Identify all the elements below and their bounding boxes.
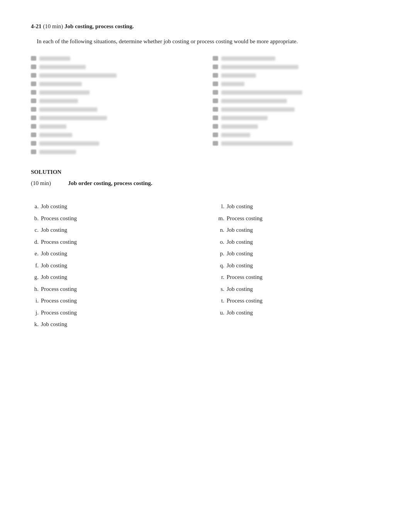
answer-item: l.Job costing (217, 202, 379, 211)
answer-item: i.Process costing (31, 296, 193, 305)
answer-label: o. (217, 238, 224, 246)
answer-value: Job costing (227, 226, 379, 235)
answer-label: a. (31, 202, 39, 211)
blurred-item (213, 64, 379, 70)
blurred-right-column (213, 55, 379, 157)
blurred-item (31, 123, 197, 129)
answer-item: s.Job costing (217, 285, 379, 294)
answer-value: Job costing (227, 202, 379, 211)
answer-item: j.Process costing (31, 308, 193, 317)
answer-item: e.Job costing (31, 249, 193, 258)
answer-item: m.Process costing (217, 214, 379, 223)
answer-item: t.Process costing (217, 296, 379, 305)
answer-value: Job costing (227, 261, 379, 270)
answer-label: t. (217, 296, 224, 305)
blurred-left-column (31, 55, 197, 157)
answer-item: o.Job costing (217, 238, 379, 246)
answer-value: Process costing (41, 238, 193, 246)
blurred-item (213, 106, 379, 112)
answers-section: a.Job costingb.Process costingc.Job cost… (31, 202, 379, 332)
blurred-item (31, 55, 197, 61)
answer-value: Process costing (227, 214, 379, 223)
blurred-item (31, 132, 197, 138)
answer-label: s. (217, 285, 224, 294)
answer-value: Job costing (41, 202, 193, 211)
answer-label: i. (31, 296, 39, 305)
blurred-item (213, 89, 379, 95)
answer-label: g. (31, 273, 39, 282)
answer-item: h.Process costing (31, 285, 193, 294)
blurred-item (213, 81, 379, 87)
answer-label: d. (31, 238, 39, 246)
answer-value: Job costing (227, 285, 379, 294)
answer-item: d.Process costing (31, 238, 193, 246)
answer-value: Job costing (41, 320, 193, 329)
answers-left-column: a.Job costingb.Process costingc.Job cost… (31, 202, 193, 332)
answer-item: n.Job costing (217, 226, 379, 235)
problem-header: 4-21 (10 min) Job costing, process costi… (31, 23, 379, 30)
blurred-item (31, 89, 197, 95)
answer-label: m. (217, 214, 224, 223)
answer-value: Process costing (227, 296, 379, 305)
blurred-item (31, 72, 197, 78)
blurred-item (213, 115, 379, 121)
answer-value: Job costing (41, 226, 193, 235)
answer-label: h. (31, 285, 39, 294)
answer-value: Job costing (227, 238, 379, 246)
answer-label: r. (217, 273, 224, 282)
answer-item: q.Job costing (217, 261, 379, 270)
answer-value: Process costing (41, 296, 193, 305)
blurred-item (213, 55, 379, 61)
answer-item: k.Job costing (31, 320, 193, 329)
answer-label: j. (31, 308, 39, 317)
answer-label: b. (31, 214, 39, 223)
blurred-item (213, 72, 379, 78)
problem-number: 4-21 (31, 23, 42, 29)
answer-value: Job costing (41, 261, 193, 270)
blurred-item (31, 98, 197, 104)
solution-header: SOLUTION (31, 169, 379, 175)
answer-label: e. (31, 249, 39, 258)
answer-label: p. (217, 249, 224, 258)
answer-value: Process costing (41, 285, 193, 294)
answer-value: Process costing (227, 273, 379, 282)
answer-label: l. (217, 202, 224, 211)
blurred-item (31, 149, 197, 155)
answer-item: b.Process costing (31, 214, 193, 223)
answer-item: f.Job costing (31, 261, 193, 270)
answer-label: u. (217, 308, 224, 317)
answer-label: c. (31, 226, 39, 235)
answer-value: Job costing (227, 249, 379, 258)
answer-item: a.Job costing (31, 202, 193, 211)
answer-label: f. (31, 261, 39, 270)
answer-item: u.Job costing (217, 308, 379, 317)
blurred-item (213, 132, 379, 138)
problem-title: Job costing, process costing. (64, 23, 134, 29)
answer-item: g.Job costing (31, 273, 193, 282)
answer-value: Job costing (41, 249, 193, 258)
blurred-item (31, 64, 197, 70)
solution-subheader: (10 min) Job order costing, process cost… (31, 180, 379, 187)
answers-right-column: l.Job costingm.Process costingn.Job cost… (217, 202, 379, 332)
blurred-item (213, 140, 379, 146)
answer-label: n. (217, 226, 224, 235)
answer-value: Job costing (41, 273, 193, 282)
answer-value: Process costing (41, 214, 193, 223)
answer-label: k. (31, 320, 39, 329)
answer-value: Process costing (41, 308, 193, 317)
answer-item: c.Job costing (31, 226, 193, 235)
blurred-item (213, 123, 379, 129)
blurred-item (213, 98, 379, 104)
blurred-item (31, 106, 197, 112)
answer-item: p.Job costing (217, 249, 379, 258)
answer-item: r.Process costing (217, 273, 379, 282)
solution-time: (10 min) (31, 180, 62, 187)
blurred-item (31, 115, 197, 121)
problem-time: (10 min) (43, 23, 63, 29)
answer-value: Job costing (227, 308, 379, 317)
blurred-item (31, 140, 197, 146)
blurred-section (31, 55, 379, 157)
solution-subtitle: Job order costing, process costing. (68, 180, 152, 187)
problem-intro: In each of the following situations, det… (31, 37, 379, 46)
blurred-item (31, 81, 197, 87)
